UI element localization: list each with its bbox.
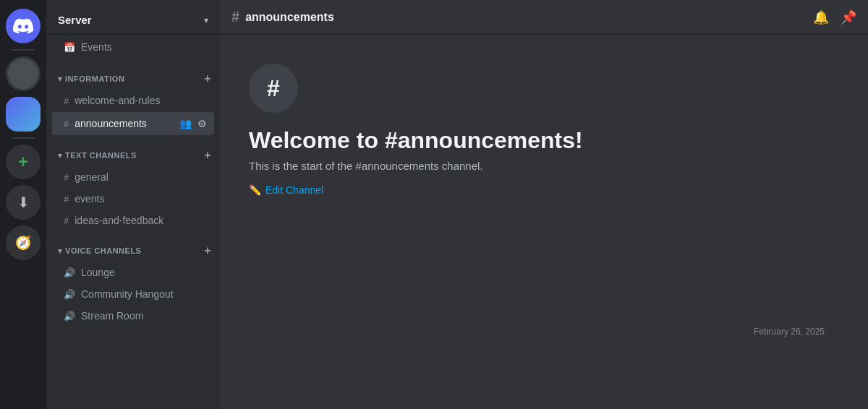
server-name: Server <box>58 14 92 26</box>
channel-label-announcements: announcements <box>75 118 147 129</box>
gradient-server-icon[interactable] <box>6 97 41 132</box>
settings-icon[interactable]: ⚙ <box>196 116 208 131</box>
channel-welcome-title: Welcome to #announcements! <box>249 127 839 154</box>
user-avatar-icon[interactable] <box>6 56 41 91</box>
welcome-hash-symbol: # <box>267 75 280 102</box>
channel-events[interactable]: # events <box>52 189 214 209</box>
speaker-icon-lounge: 🔊 <box>64 267 75 278</box>
channel-label-events: events <box>75 193 104 204</box>
channel-actions: 👥 ⚙ <box>178 116 208 131</box>
server-bar: + ⬇ 🧭 <box>0 0 46 409</box>
channel-welcome-description: This is the start of the #announcements … <box>249 160 839 172</box>
channel-community-hangout[interactable]: 🔊 Community Hangout <box>52 284 214 304</box>
channel-header-left: # announcements <box>231 9 334 25</box>
category-voice-channels[interactable]: ▾ VOICE CHANNELS + <box>46 231 220 262</box>
channel-header-icons: 🔔 📌 <box>813 9 856 25</box>
date-separator: February 26, 2025 <box>249 327 839 337</box>
category-text-channels-label: ▾ TEXT CHANNELS <box>58 151 137 160</box>
add-voice-channel-button[interactable]: + <box>201 243 214 259</box>
add-text-channel-button[interactable]: + <box>201 147 214 163</box>
notification-pin-icon[interactable]: 📌 <box>841 9 856 25</box>
download-apps-icon[interactable]: ⬇ <box>6 185 41 220</box>
channel-announcements[interactable]: # announcements 👥 ⚙ <box>52 112 214 135</box>
channel-label-community-hangout: Community Hangout <box>81 288 174 300</box>
category-information-label: ▾ INFORMATION <box>58 74 124 84</box>
channel-header: # announcements 🔔 📌 <box>220 0 868 35</box>
hash-icon-general: # <box>64 172 69 183</box>
channel-label-lounge: Lounge <box>81 267 115 278</box>
category-information[interactable]: ▾ INFORMATION + <box>46 59 220 90</box>
edit-channel-label: Edit Channel <box>265 184 323 196</box>
add-information-channel-button[interactable]: + <box>201 71 214 87</box>
hash-icon-welcome: # <box>64 95 69 106</box>
server-divider <box>12 49 35 51</box>
hash-icon-events: # <box>64 194 69 204</box>
channel-header-hash: # <box>231 9 239 25</box>
explore-symbol: 🧭 <box>15 235 31 251</box>
main-content: # announcements 🔔 📌 # Welcome to #announ… <box>220 0 868 409</box>
channel-label-ideas: ideas-and-feedback <box>75 215 163 226</box>
channel-stream-room[interactable]: 🔊 Stream Room <box>52 306 214 326</box>
speaker-icon-stream: 🔊 <box>64 311 75 322</box>
channel-label-welcome: welcome-and-rules <box>75 95 160 106</box>
channel-label-stream-room: Stream Room <box>81 310 143 322</box>
add-server-icon[interactable]: + <box>6 145 41 179</box>
pencil-icon: ✏️ <box>249 184 261 196</box>
explore-icon[interactable]: 🧭 <box>6 225 41 260</box>
speaker-icon-community: 🔊 <box>64 289 75 300</box>
channel-sidebar: Server ▾ 📅 Events ▾ INFORMATION + # welc… <box>46 0 220 409</box>
channel-general[interactable]: # general <box>52 167 214 187</box>
category-voice-channels-label: ▾ VOICE CHANNELS <box>58 246 141 256</box>
channel-welcome-area: # Welcome to #announcements! This is the… <box>220 35 868 409</box>
download-symbol: ⬇ <box>17 194 30 211</box>
members-icon[interactable]: 👥 <box>178 116 193 131</box>
discord-home-icon[interactable] <box>6 9 41 43</box>
channel-lounge[interactable]: 🔊 Lounge <box>52 262 214 283</box>
sidebar-header[interactable]: Server ▾ <box>46 0 220 35</box>
channel-welcome-and-rules[interactable]: # welcome-and-rules <box>52 90 214 111</box>
server-divider-2 <box>12 137 35 139</box>
hash-icon-announcements: # <box>64 119 69 129</box>
date-separator-text: February 26, 2025 <box>754 327 825 337</box>
chevron-down-icon[interactable]: ▾ <box>204 15 208 25</box>
notification-bell-icon[interactable]: 🔔 <box>813 9 829 25</box>
channel-header-name: announcements <box>245 11 334 24</box>
channel-welcome-icon: # <box>249 64 298 113</box>
hash-icon-ideas: # <box>64 215 69 226</box>
category-text-channels[interactable]: ▾ TEXT CHANNELS + <box>46 136 220 166</box>
calendar-icon: 📅 <box>64 42 75 53</box>
events-label: Events <box>81 41 112 53</box>
channel-ideas-and-feedback[interactable]: # ideas-and-feedback <box>52 210 214 231</box>
plus-icon: + <box>18 152 28 172</box>
channel-label-general: general <box>75 171 109 183</box>
sidebar-item-events[interactable]: 📅 Events <box>52 35 214 59</box>
edit-channel-button[interactable]: ✏️ Edit Channel <box>249 184 323 196</box>
